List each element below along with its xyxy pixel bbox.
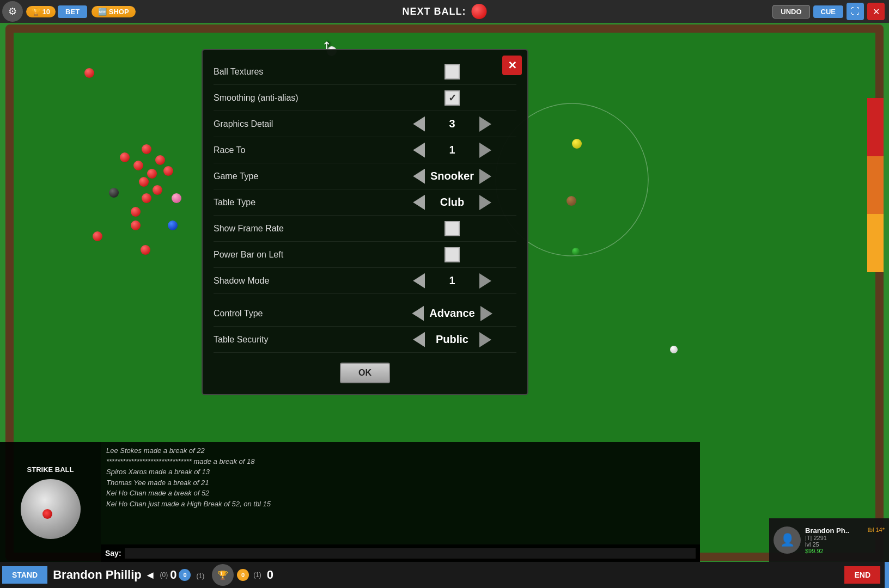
table-security-prev-button[interactable]: [413, 332, 425, 347]
chat-messages-area: Lee Stokes made a break of 22 **********…: [101, 442, 700, 544]
game-type-prev-button[interactable]: [413, 169, 425, 184]
power-bar-left-checkbox[interactable]: [444, 247, 460, 262]
score-indicator-gold: 0: [237, 569, 249, 581]
ball-red-10: [142, 193, 151, 203]
ball-textures-control: [388, 64, 516, 79]
graphics-detail-next-button[interactable]: [479, 117, 491, 132]
score-indicator-blue: 0: [179, 569, 191, 581]
power-segment-red: [867, 98, 884, 156]
chat-panel: Lee Stokes made a break of 22 **********…: [101, 442, 700, 562]
player-info-panel: 👤 Brandon Ph.. tbl 14* |T| 2291 lvl 25 $…: [769, 518, 889, 562]
chat-message-6: Kei Ho Chan just made a High Break of 52…: [106, 499, 695, 510]
chat-message-2: ******************************* made a b…: [106, 456, 695, 467]
smoothing-control: [388, 90, 516, 106]
ball-red-6: [155, 155, 165, 165]
score-separator: (1): [196, 569, 206, 581]
ball-green: [572, 248, 580, 255]
ball-black: [109, 188, 119, 198]
table-security-row: Table Security Public: [214, 327, 516, 353]
game-type-value: Snooker: [430, 170, 474, 182]
table-security-value: Public: [430, 333, 474, 346]
separator: [214, 294, 516, 301]
strike-ball-image[interactable]: [21, 479, 81, 539]
ball-red-1: [84, 68, 94, 78]
table-type-value: Club: [430, 196, 474, 209]
shadow-mode-prev-button[interactable]: [413, 273, 425, 289]
ball-textures-checkbox[interactable]: [444, 64, 460, 79]
next-ball-label: NEXT BALL:: [403, 6, 466, 17]
score-badge-right: (1): [253, 571, 261, 579]
race-to-row: Race To 1: [214, 137, 516, 163]
table-type-control: Club: [388, 195, 516, 210]
chat-message-5: Kei Ho Chan made a break of 52: [106, 488, 695, 499]
shadow-mode-label: Shadow Mode: [214, 276, 388, 286]
table-type-label: Table Type: [214, 198, 388, 207]
top-right-buttons: UNDO CUE ⛶ ✕: [772, 3, 885, 20]
ball-red-9: [153, 185, 162, 195]
table-type-next-button[interactable]: [479, 195, 491, 210]
bottom-bar: STAND Brandon Phillip ◄ (0) 0 0 (1) 🏆 0 …: [0, 562, 889, 588]
stand-button[interactable]: STAND: [2, 566, 47, 584]
game-type-next-button[interactable]: [479, 169, 491, 184]
graphics-detail-prev-button[interactable]: [413, 117, 425, 132]
table-type-row: Table Type Club: [214, 189, 516, 216]
ball-red-4: [147, 169, 157, 179]
strike-ball-dot: [42, 509, 52, 519]
shadow-mode-control: 1: [388, 273, 516, 289]
race-to-next-button[interactable]: [479, 143, 491, 158]
shadow-mode-next-button[interactable]: [479, 273, 491, 289]
shadow-mode-row: Shadow Mode 1: [214, 268, 516, 294]
trophy-icon: 🏆: [212, 564, 234, 586]
player-arrow-button[interactable]: ◄: [145, 569, 156, 581]
control-type-row: Control Type Advance: [214, 301, 516, 327]
game-type-row: Game Type Snooker: [214, 163, 516, 189]
smoothing-checkbox[interactable]: [444, 90, 460, 106]
smoothing-label: Smoothing (anti-alias): [214, 93, 388, 103]
ball-red-2: [120, 152, 130, 162]
ball-red-3: [133, 161, 143, 170]
chat-message-1: Lee Stokes made a break of 22: [106, 445, 695, 456]
blue-bar-indicator: [885, 562, 889, 588]
ok-button[interactable]: OK: [340, 363, 390, 383]
chat-input-field[interactable]: [125, 548, 696, 559]
power-segment-orange: [867, 156, 884, 215]
table-security-next-button[interactable]: [479, 332, 491, 347]
ball-red-5: [142, 144, 151, 154]
player-rank: |T| 2291: [805, 535, 885, 541]
smoothing-row: Smoothing (anti-alias): [214, 85, 516, 111]
score-badge-left: (0): [160, 571, 168, 579]
race-to-label: Race To: [214, 145, 388, 155]
graphics-detail-control: 3: [388, 117, 516, 132]
close-game-button[interactable]: ✕: [867, 3, 885, 20]
table-type-prev-button[interactable]: [413, 195, 425, 210]
next-ball-area: NEXT BALL:: [403, 4, 487, 19]
ball-textures-row: Ball Textures: [214, 59, 516, 85]
score-badge-mid: (1): [196, 572, 204, 580]
control-type-next-button[interactable]: [480, 306, 492, 321]
strike-ball-label: STRIKE BALL: [27, 465, 74, 474]
power-bar-left-label: Power Bar on Left: [214, 250, 388, 260]
end-button[interactable]: END: [844, 566, 880, 584]
bet-button[interactable]: BET: [58, 5, 87, 18]
modal-close-button[interactable]: ✕: [502, 56, 522, 75]
cue-button[interactable]: CUE: [813, 5, 843, 18]
control-type-prev-button[interactable]: [412, 306, 424, 321]
chat-message-3: Spiros Xaros made a break of 13: [106, 467, 695, 477]
say-label: Say:: [105, 549, 121, 558]
score-area-left: (0) 0 0: [160, 568, 191, 582]
power-bar-left-control: [388, 247, 516, 262]
shop-badge[interactable]: 🆕 SHOP: [92, 6, 135, 17]
expand-button[interactable]: ⛶: [847, 3, 864, 20]
table-security-label: Table Security: [214, 335, 388, 345]
undo-button[interactable]: UNDO: [772, 5, 809, 19]
ball-red-14: [141, 245, 150, 255]
score-area-right: 0 (1): [237, 569, 261, 581]
next-ball-indicator: [472, 4, 487, 19]
settings-gear-icon[interactable]: ⚙: [2, 1, 23, 22]
show-frame-rate-row: Show Frame Rate: [214, 216, 516, 242]
race-to-prev-button[interactable]: [413, 143, 425, 158]
show-frame-rate-checkbox[interactable]: [444, 221, 460, 236]
control-type-label: Control Type: [214, 309, 388, 318]
ball-pink: [172, 193, 181, 203]
shadow-mode-value: 1: [430, 274, 474, 287]
